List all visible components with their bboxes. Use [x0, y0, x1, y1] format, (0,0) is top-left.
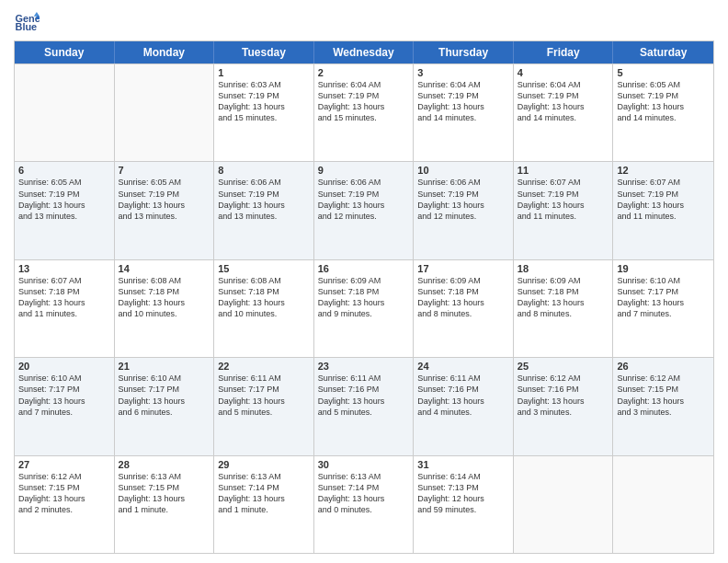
cell-line: Sunset: 7:14 PM — [318, 482, 410, 493]
cell-line: Sunset: 7:19 PM — [518, 90, 609, 101]
cell-line: Sunset: 7:18 PM — [218, 286, 310, 297]
cell-line: and 8 minutes. — [417, 308, 509, 319]
header: General Blue — [14, 9, 714, 35]
cell-line: Daylight: 13 hours — [518, 297, 609, 308]
cell-line: and 15 minutes. — [318, 112, 410, 123]
cell-line: Sunrise: 6:13 AM — [218, 471, 310, 482]
day-cell-25: 25Sunrise: 6:12 AMSunset: 7:16 PMDayligh… — [514, 358, 614, 454]
cell-line: Daylight: 12 hours — [417, 493, 509, 504]
day-cell-22: 22Sunrise: 6:11 AMSunset: 7:17 PMDayligh… — [214, 358, 314, 454]
day-number: 20 — [18, 361, 110, 372]
cal-row: 20Sunrise: 6:10 AMSunset: 7:17 PMDayligh… — [15, 357, 713, 454]
day-cell-20: 20Sunrise: 6:10 AMSunset: 7:17 PMDayligh… — [15, 358, 115, 454]
day-number: 5 — [617, 67, 710, 78]
cell-line: Daylight: 13 hours — [218, 493, 310, 504]
cell-line: Sunset: 7:19 PM — [119, 189, 210, 200]
cell-line: Daylight: 13 hours — [119, 493, 210, 504]
day-number: 10 — [417, 165, 509, 176]
cell-line: Daylight: 13 hours — [218, 101, 310, 112]
cell-line: Sunset: 7:15 PM — [18, 482, 110, 493]
cell-line: and 13 minutes. — [119, 211, 210, 222]
cell-line: Daylight: 13 hours — [119, 396, 210, 407]
day-number: 1 — [218, 67, 310, 78]
day-cell-2: 2Sunrise: 6:04 AMSunset: 7:19 PMDaylight… — [314, 64, 415, 161]
cell-line: Sunrise: 6:04 AM — [417, 79, 509, 90]
day-cell-30: 30Sunrise: 6:13 AMSunset: 7:14 PMDayligh… — [314, 456, 415, 553]
day-cell-31: 31Sunrise: 6:14 AMSunset: 7:13 PMDayligh… — [414, 456, 514, 553]
cell-line: Sunset: 7:16 PM — [518, 384, 609, 395]
empty-cell — [115, 64, 215, 161]
cell-line: Daylight: 13 hours — [318, 101, 410, 112]
day-number: 25 — [518, 361, 609, 372]
cell-line: and 11 minutes. — [617, 211, 710, 222]
cell-line: and 0 minutes. — [318, 504, 410, 515]
cell-line: and 59 minutes. — [417, 504, 509, 515]
cell-line: Daylight: 13 hours — [417, 396, 509, 407]
cell-line: Sunset: 7:18 PM — [518, 286, 609, 297]
cell-line: Daylight: 13 hours — [518, 396, 609, 407]
cell-line: Daylight: 13 hours — [318, 297, 410, 308]
cell-line: Sunset: 7:18 PM — [318, 286, 410, 297]
cell-line: Sunset: 7:18 PM — [18, 286, 110, 297]
cell-line: Sunrise: 6:08 AM — [119, 275, 210, 286]
cell-line: Sunset: 7:17 PM — [218, 384, 310, 395]
cell-line: Sunrise: 6:10 AM — [617, 275, 710, 286]
day-number: 21 — [119, 361, 210, 372]
day-cell-29: 29Sunrise: 6:13 AMSunset: 7:14 PMDayligh… — [214, 456, 314, 553]
cell-line: and 8 minutes. — [518, 308, 609, 319]
calendar-header-row: SundayMondayTuesdayWednesdayThursdayFrid… — [15, 41, 713, 63]
cell-line: Sunset: 7:17 PM — [18, 384, 110, 395]
header-cell-tuesday: Tuesday — [214, 41, 314, 63]
day-number: 12 — [617, 165, 710, 176]
cell-line: Sunrise: 6:09 AM — [318, 275, 410, 286]
cell-line: Daylight: 13 hours — [18, 200, 110, 211]
day-number: 22 — [218, 361, 310, 372]
svg-text:Blue: Blue — [16, 21, 38, 32]
cell-line: Daylight: 13 hours — [18, 297, 110, 308]
empty-cell — [15, 64, 115, 161]
day-cell-6: 6Sunrise: 6:05 AMSunset: 7:19 PMDaylight… — [15, 162, 115, 259]
cell-line: Sunrise: 6:11 AM — [218, 373, 310, 384]
cell-line: Sunrise: 6:04 AM — [518, 79, 609, 90]
day-cell-8: 8Sunrise: 6:06 AMSunset: 7:19 PMDaylight… — [214, 162, 314, 259]
header-cell-wednesday: Wednesday — [314, 41, 415, 63]
cell-line: Sunrise: 6:10 AM — [18, 373, 110, 384]
cell-line: Sunset: 7:17 PM — [617, 286, 710, 297]
cell-line: and 7 minutes. — [18, 407, 110, 418]
cell-line: Sunrise: 6:09 AM — [518, 275, 609, 286]
cell-line: Sunset: 7:15 PM — [617, 384, 710, 395]
cell-line: Daylight: 13 hours — [119, 200, 210, 211]
cell-line: Sunset: 7:16 PM — [417, 384, 509, 395]
day-number: 4 — [518, 67, 609, 78]
cell-line: Sunset: 7:15 PM — [119, 482, 210, 493]
cell-line: and 14 minutes. — [518, 112, 609, 123]
empty-cell — [514, 456, 614, 553]
cell-line: and 6 minutes. — [119, 407, 210, 418]
day-number: 28 — [119, 459, 210, 470]
cell-line: and 15 minutes. — [218, 112, 310, 123]
calendar: SundayMondayTuesdayWednesdayThursdayFrid… — [14, 40, 714, 554]
day-cell-5: 5Sunrise: 6:05 AMSunset: 7:19 PMDaylight… — [613, 64, 713, 161]
cell-line: Sunset: 7:19 PM — [617, 189, 710, 200]
day-number: 16 — [318, 263, 410, 274]
cell-line: Sunrise: 6:11 AM — [318, 373, 410, 384]
cell-line: Sunrise: 6:06 AM — [417, 177, 509, 188]
day-number: 30 — [318, 459, 410, 470]
cell-line: and 3 minutes. — [617, 407, 710, 418]
cell-line: Sunset: 7:19 PM — [218, 90, 310, 101]
cell-line: Daylight: 13 hours — [318, 200, 410, 211]
day-cell-7: 7Sunrise: 6:05 AMSunset: 7:19 PMDaylight… — [115, 162, 215, 259]
cell-line: Sunrise: 6:05 AM — [119, 177, 210, 188]
cell-line: Sunrise: 6:13 AM — [318, 471, 410, 482]
day-cell-18: 18Sunrise: 6:09 AMSunset: 7:18 PMDayligh… — [514, 260, 614, 357]
header-cell-monday: Monday — [115, 41, 215, 63]
cell-line: and 14 minutes. — [417, 112, 509, 123]
day-number: 26 — [617, 361, 710, 372]
cell-line: Sunrise: 6:10 AM — [119, 373, 210, 384]
day-cell-11: 11Sunrise: 6:07 AMSunset: 7:19 PMDayligh… — [514, 162, 614, 259]
cell-line: and 10 minutes. — [218, 308, 310, 319]
cell-line: Sunset: 7:19 PM — [218, 189, 310, 200]
page: General Blue SundayMondayTuesdayWednesda… — [0, 0, 728, 563]
day-cell-10: 10Sunrise: 6:06 AMSunset: 7:19 PMDayligh… — [414, 162, 514, 259]
cell-line: Sunset: 7:19 PM — [318, 90, 410, 101]
